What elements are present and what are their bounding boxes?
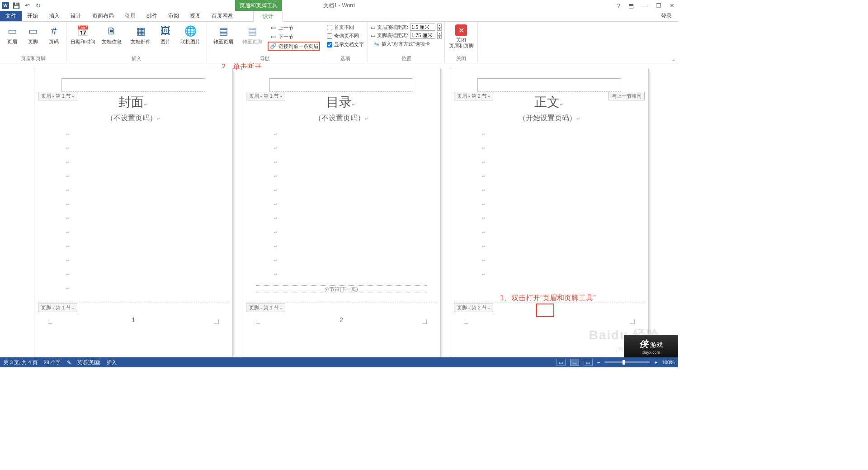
zoom-slider[interactable] (604, 361, 650, 363)
tab-design[interactable]: 设计 (65, 11, 87, 21)
status-bar: 第 3 页, 共 4 页 28 个字 ✎ 英语(美国) 插入 ▭ ▭ ▭ − +… (0, 357, 678, 367)
goto-header-icon: ▤ (217, 24, 230, 38)
footer-tag: 页脚 - 第 1 节 - (246, 304, 285, 312)
header-zone[interactable] (61, 78, 205, 92)
contextual-tab-label: 页眉和页脚工具 (235, 0, 282, 11)
footer-bottom-input[interactable] (410, 32, 435, 39)
footer-tag: 页脚 - 第 2 节 - (454, 304, 493, 312)
undo-icon[interactable]: ↶ (24, 2, 31, 9)
goto-header-button[interactable]: ▤转至页眉 (210, 24, 237, 46)
redo-icon[interactable]: ↻ (34, 2, 42, 9)
page-number-button[interactable]: #页码 (44, 24, 63, 46)
document-area[interactable]: 2、单击断开 页眉 - 第 1 节 - 封面↵ （不设置页码）↵ ↵↵↵↵↵↵↵… (0, 63, 678, 357)
view-web-icon[interactable]: ▭ (584, 359, 593, 366)
link-previous-button[interactable]: 🔗链接到前一条页眉 (268, 42, 320, 51)
page-2[interactable]: 页眉 - 第 1 节 - 目录↵ （不设置页码）↵ ↵↵↵↵↵↵↵↵↵↵↵ 分节… (242, 68, 441, 357)
header-button[interactable]: ▭页眉 (3, 24, 22, 46)
footer-bottom-spinner[interactable]: ▭页脚底端距离:▲▼ (371, 32, 442, 39)
save-icon[interactable]: 💾 (13, 2, 20, 9)
doc-info-button[interactable]: 🗎文档信息 (98, 24, 125, 46)
picture-button[interactable]: 🖼图片 (156, 24, 175, 46)
up-icon[interactable]: ▲ (437, 32, 442, 35)
doc-info-icon: 🗎 (105, 24, 118, 38)
footer-zone[interactable] (246, 303, 437, 303)
page-1[interactable]: 页眉 - 第 1 节 - 封面↵ （不设置页码）↵ ↵↵↵↵↵↵↵↵↵↵↵↵ 页… (34, 68, 233, 357)
paragraph-marks: ↵↵↵↵↵↵↵↵↵↵↵↵ (66, 132, 70, 291)
tab-hf-design[interactable]: 设计 (253, 11, 283, 22)
tab-mailings[interactable]: 邮件 (141, 11, 163, 21)
status-lang[interactable]: 英语(美国) (77, 359, 100, 366)
group-label-position: 位置 (371, 55, 442, 63)
doc-parts-button[interactable]: ▦文档部件 (127, 24, 154, 46)
zoom-out-icon[interactable]: − (597, 360, 600, 365)
tab-home[interactable]: 开始 (22, 11, 43, 21)
ribbon: ▭页眉 ▭页脚 #页码 页眉和页脚 📅日期和时间 🗎文档信息 ▦文档部件 🖼图片… (0, 22, 678, 63)
tab-review[interactable]: 审阅 (163, 11, 184, 21)
view-print-icon[interactable]: ▭ (570, 359, 579, 366)
goto-footer-icon: ▤ (245, 24, 259, 38)
group-label-close: 关闭 (448, 55, 475, 63)
page-title-text: 封面↵ (34, 94, 232, 111)
tab-file[interactable]: 文件 (0, 11, 22, 21)
date-time-button[interactable]: 📅日期和时间 (69, 24, 96, 46)
diff-first-checkbox[interactable]: 首页不同 (326, 24, 365, 31)
down-icon[interactable]: ▼ (437, 35, 442, 39)
restore-icon[interactable]: ❐ (654, 2, 663, 9)
login-link[interactable]: 登录 (661, 11, 678, 21)
ribbon-options-icon[interactable]: ⬒ (627, 2, 636, 9)
zoom-in-icon[interactable]: + (654, 360, 657, 365)
group-insert: 📅日期和时间 🗎文档信息 ▦文档部件 🖼图片 🌐联机图片 插入 (66, 22, 207, 63)
group-position: ▭页眉顶端距离:▲▼ ▭页脚底端距离:▲▼ ⭾插入"对齐方式"选项卡 位置 (368, 22, 445, 63)
zoom-level[interactable]: 100% (662, 360, 675, 365)
goto-footer-button[interactable]: ▤转至页脚 (239, 24, 266, 46)
insert-align-button[interactable]: ⭾插入"对齐方式"选项卡 (371, 40, 442, 48)
view-read-icon[interactable]: ▭ (557, 359, 566, 366)
next-section-button[interactable]: ▭下一节 (268, 33, 320, 41)
close-window-icon[interactable]: ✕ (668, 2, 676, 9)
minimize-icon[interactable]: — (640, 2, 650, 9)
show-doc-text-checkbox[interactable]: 显示文档文字 (326, 41, 365, 48)
online-picture-button[interactable]: 🌐联机图片 (177, 24, 204, 46)
footer-icon: ▭ (26, 24, 40, 38)
annotation-1: 1、双击打开“页眉和页脚工具” (500, 294, 596, 303)
page-3[interactable]: 页眉 - 第 2 节 - 与上一节相同 正文↵ （开始设置页码）↵ ↵↵↵↵↵↵… (450, 68, 649, 357)
pages-container: 页眉 - 第 1 节 - 封面↵ （不设置页码）↵ ↵↵↵↵↵↵↵↵↵↵↵↵ 页… (34, 68, 649, 357)
status-words[interactable]: 28 个字 (44, 359, 61, 366)
help-icon[interactable]: ? (615, 2, 622, 9)
footer-dist-icon: ▭ (371, 33, 375, 38)
status-mode[interactable]: 插入 (107, 359, 117, 366)
header-dist-icon: ▭ (371, 24, 375, 30)
prev-section-button[interactable]: ▭上一节 (268, 24, 320, 32)
annotation-1-box (536, 304, 554, 317)
next-icon: ▭ (269, 33, 277, 40)
diff-oddeven-checkbox[interactable]: 奇偶页不同 (326, 32, 365, 40)
group-close: ✕关闭页眉和页脚 关闭 (445, 22, 478, 63)
page-subtitle-text: （不设置页码）↵ (34, 114, 232, 123)
header-zone[interactable] (477, 78, 621, 92)
group-label-options: 选项 (326, 55, 365, 63)
page-subtitle-text: （开始设置页码）↵ (450, 114, 648, 123)
footer-button[interactable]: ▭页脚 (24, 24, 42, 46)
header-top-spinner[interactable]: ▭页眉顶端距离:▲▼ (371, 24, 442, 31)
ribbon-tabs: 文件 开始 插入 设计 页面布局 引用 邮件 审阅 视图 百度网盘 设计 登录 (0, 11, 678, 22)
down-icon[interactable]: ▼ (437, 27, 442, 31)
tab-view[interactable]: 视图 (184, 11, 206, 21)
xia-logo: 侠 游戏 xiayx.com (624, 335, 678, 357)
tab-layout[interactable]: 页面布局 (87, 11, 119, 21)
window-controls: ? ⬒ — ❐ ✕ (615, 2, 676, 9)
status-page[interactable]: 第 3 页, 共 4 页 (4, 359, 38, 366)
tab-references[interactable]: 引用 (119, 11, 141, 21)
header-top-input[interactable] (410, 24, 435, 31)
footer-zone[interactable] (38, 303, 229, 303)
up-icon[interactable]: ▲ (437, 24, 442, 27)
link-icon: 🔗 (269, 43, 277, 50)
status-proofing-icon[interactable]: ✎ (67, 360, 71, 366)
doc-parts-icon: ▦ (134, 24, 147, 38)
close-hf-button[interactable]: ✕关闭页眉和页脚 (448, 24, 475, 50)
tab-baidu[interactable]: 百度网盘 (206, 11, 239, 21)
tab-insert[interactable]: 插入 (43, 11, 65, 21)
header-zone[interactable] (269, 78, 413, 92)
title-bar: W 💾 ↶ ↻ 页眉和页脚工具 文档1 - Word ? ⬒ — ❐ ✕ (0, 0, 678, 11)
page-title-text: 目录↵ (242, 94, 440, 111)
header-icon: ▭ (5, 24, 19, 38)
